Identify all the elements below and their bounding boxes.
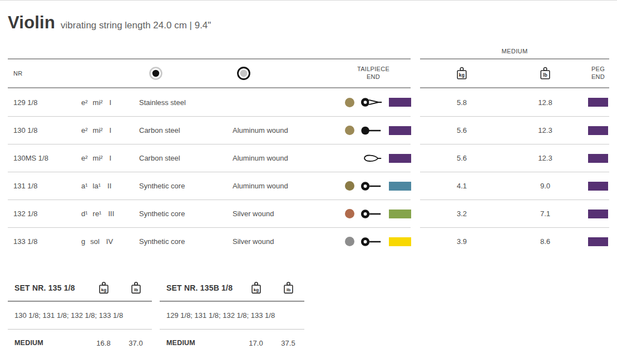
kg-weight-icon: kg (456, 66, 468, 81)
string-number: II (107, 182, 111, 190)
note-name: a¹ (81, 182, 88, 190)
set-header: SET NR. 135B 1/8 kg lb (160, 275, 304, 302)
kg-weight-icon: kg (250, 281, 262, 295)
winding-circle-icon (236, 66, 251, 81)
tension-lb: 12.3 (504, 126, 587, 134)
ball-loop-end-icon (360, 97, 383, 108)
tension-row: 3.2 7.1 (420, 200, 609, 227)
winding-material: Silver wound (233, 210, 336, 218)
core-column-icon (149, 66, 233, 81)
set-contents: 129 1/8; 131 1/8; 132 1/8; 133 1/8 (160, 302, 304, 330)
string-end-icon (360, 97, 383, 108)
string-nr: 129 1/8 (13, 98, 81, 107)
tailpiece-color-swatch (389, 154, 411, 163)
kg-icon-label: kg (459, 72, 465, 78)
table-row: 132 1/8 d¹re¹III Synthetic core Silver w… (8, 200, 411, 227)
string-note-cell: e²mi²I (81, 126, 139, 134)
note-solfege: mi² (93, 126, 103, 134)
tension-kg: 5.6 (420, 126, 504, 134)
string-nr: 130 1/8 (13, 126, 81, 134)
tension-lb: 7.1 (504, 210, 587, 218)
page-header: Violin vibrating string length 24.0 cm |… (8, 13, 211, 33)
winding-material: Aluminum wound (233, 154, 336, 162)
tailpiece-color-swatch (389, 210, 411, 218)
tailpiece-color-swatch (389, 182, 411, 191)
page-subtitle: vibrating string length 24.0 cm | 9.4" (61, 20, 211, 31)
note-name: e² (81, 98, 88, 107)
table-row: 130 1/8 e²mi²I Carbon steel Aluminum wou… (8, 116, 411, 144)
set-tension-lb: 37.0 (120, 339, 152, 347)
peg-color-swatch (588, 98, 608, 107)
string-spec-table: NR TAILPIECE END 129 1/8 e² (8, 58, 411, 255)
string-nr: 131 1/8 (13, 182, 81, 190)
tension-lb: 12.8 (504, 98, 587, 107)
table-row: 129 1/8 e²mi²I Stainless steel (8, 88, 411, 116)
note-solfege: la¹ (93, 182, 101, 190)
peg-end-column-header: PEG END (587, 66, 609, 81)
winding-material: Aluminum wound (233, 182, 336, 190)
tension-table: kg lb PEG END 5.8 12.8 5.6 12.3 (420, 58, 609, 255)
lb-weight-icon: lb (283, 281, 294, 295)
string-table-body: 129 1/8 e²mi²I Stainless steel (8, 88, 411, 255)
peg-color-swatch (588, 237, 608, 246)
string-end-icon (360, 236, 383, 247)
set-contents: 130 1/8; 131 1/8; 132 1/8; 133 1/8 (8, 302, 152, 330)
string-number: I (110, 126, 112, 134)
table-row: 130MS 1/8 e²mi²I Carbon steel Aluminum w… (8, 144, 411, 172)
lb-column-header: lb (504, 66, 587, 81)
tailpiece-color-swatch (389, 126, 411, 135)
set-title: SET NR. 135 1/8 (14, 283, 87, 292)
note-solfege: mi² (93, 154, 103, 162)
note-name: e² (81, 154, 88, 162)
set-header: SET NR. 135 1/8 kg lb (8, 275, 152, 302)
tension-kg: 3.2 (420, 210, 504, 218)
loop-end-icon (360, 153, 383, 164)
lb-weight-icon: lb (539, 66, 551, 81)
gauge-group-label: MEDIUM (420, 48, 609, 54)
lb-icon-label: lb (543, 72, 547, 78)
set-tension-kg: 16.8 (87, 339, 120, 347)
peg-end-cell (587, 154, 609, 163)
note-name: e² (81, 126, 88, 134)
tension-lb: 8.6 (504, 237, 587, 246)
tension-table-body: 5.8 12.8 5.6 12.3 5.6 12.3 4.1 9.0 3.2 7… (420, 88, 609, 255)
material-color-dot (345, 98, 354, 107)
tailpiece-end-cell (336, 97, 411, 108)
set-gauge-label: MEDIUM (14, 339, 87, 347)
set-gauge-label: MEDIUM (166, 339, 240, 347)
set-kg-column-header: kg (87, 281, 120, 295)
kg-icon-label: kg (101, 287, 106, 292)
kg-column-header: kg (420, 66, 504, 81)
string-note-cell: e²mi²I (81, 98, 139, 107)
tension-table-header: kg lb PEG END (420, 59, 609, 88)
winding-material: Aluminum wound (233, 126, 336, 134)
peg-color-swatch (588, 210, 608, 218)
note-solfege: mi² (93, 98, 103, 107)
string-number: IV (106, 237, 113, 246)
tailpiece-end-cell (336, 153, 411, 164)
ball-end-icon (360, 125, 383, 136)
tension-kg: 5.8 (420, 98, 504, 107)
lb-icon-label: lb (134, 287, 137, 292)
core-material: Carbon steel (139, 126, 233, 134)
tension-lb: 9.0 (504, 182, 587, 190)
tension-row: 3.9 8.6 (420, 227, 609, 255)
string-number: I (110, 98, 112, 107)
set-lb-column-header: lb (272, 281, 304, 295)
ring-end-icon (360, 208, 383, 220)
string-nr: 132 1/8 (13, 210, 81, 218)
set-gauge-row: MEDIUM 17.0 37.5 (160, 330, 304, 356)
kg-icon-label: kg (253, 287, 258, 292)
core-circle-icon (149, 66, 163, 81)
lb-icon-label: lb (286, 287, 290, 292)
core-material: Stainless steel (139, 98, 233, 107)
tailpiece-end-cell (336, 236, 411, 247)
string-note-cell: gsolIV (81, 237, 139, 246)
peg-end-cell (587, 210, 609, 218)
tension-kg: 3.9 (420, 237, 504, 246)
tailpiece-end-cell (336, 181, 411, 192)
tailpiece-color-swatch (389, 237, 411, 246)
tailpiece-end-cell (336, 208, 411, 220)
table-row: 131 1/8 a¹la¹II Synthetic core Aluminum … (8, 172, 411, 200)
winding-material: Silver wound (233, 237, 336, 246)
